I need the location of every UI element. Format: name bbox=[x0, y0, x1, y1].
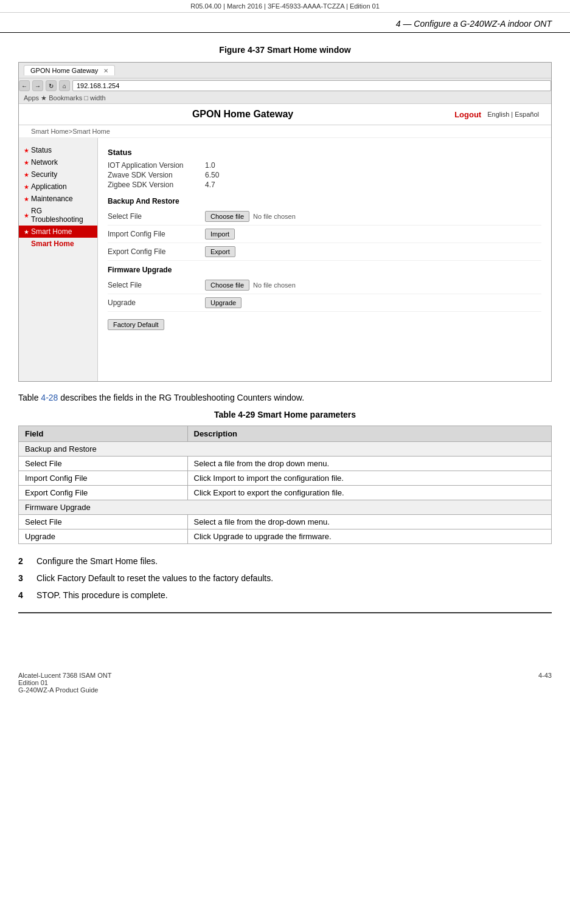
footer-right: 4-43 bbox=[538, 672, 552, 694]
version-row-iot: IOT Application Version 1.0 bbox=[108, 160, 541, 170]
footer-left: Alcatel-Lucent 7368 ISAM ONT Edition 01 … bbox=[18, 672, 111, 694]
select-file-backup-row: Select File Choose file No file chosen bbox=[108, 208, 541, 226]
version-table: IOT Application Version 1.0 Zwave SDK Ve… bbox=[108, 160, 541, 190]
star-icon: ★ bbox=[24, 184, 29, 190]
star-icon: ★ bbox=[24, 196, 29, 202]
select-file-backup-label: Select File bbox=[108, 212, 205, 221]
back-button[interactable]: ← bbox=[19, 80, 30, 91]
version-row-zigbee: Zigbee SDK Version 4.7 bbox=[108, 180, 541, 190]
screenshot-container: GPON Home Gateway ✕ ← → ↻ ⌂ 192.168.1.25… bbox=[18, 62, 552, 382]
logout-link[interactable]: Logout bbox=[454, 110, 481, 119]
sidebar: ★ Status ★ Network ★ Security ★ Applicat… bbox=[19, 138, 98, 381]
star-icon: ★ bbox=[24, 147, 29, 154]
iot-version-value: 1.0 bbox=[205, 161, 215, 170]
table-row: Export Config FileClick Export to export… bbox=[19, 486, 552, 500]
choose-file-firmware-button[interactable]: Choose file bbox=[205, 280, 249, 291]
no-file-firmware-text: No file chosen bbox=[253, 281, 296, 289]
table-field-cell: Export Config File bbox=[19, 486, 188, 500]
table-field-cell: Upgrade bbox=[19, 529, 188, 544]
browser-tab[interactable]: GPON Home Gateway ✕ bbox=[24, 65, 115, 75]
star-icon: ★ bbox=[24, 212, 29, 219]
language-selector[interactable]: English | Español bbox=[487, 111, 539, 118]
zwave-version-value: 6.50 bbox=[205, 171, 219, 179]
table-desc-after: describes the fields in the RG Troublesh… bbox=[58, 393, 304, 402]
table-field-cell: Select File bbox=[19, 515, 188, 529]
step-3-row: 3 Click Factory Default to reset the val… bbox=[18, 573, 552, 583]
breadcrumb: Smart Home>Smart Home bbox=[19, 125, 551, 138]
select-file-backup-control: Choose file No file chosen bbox=[205, 211, 296, 222]
version-row-zwave: Zwave SDK Version 6.50 bbox=[108, 170, 541, 180]
sidebar-item-security[interactable]: ★ Security bbox=[19, 168, 97, 181]
sidebar-label-rg-troubleshooting: RG Troubleshooting bbox=[31, 207, 92, 224]
export-config-row: Export Config File Export bbox=[108, 243, 541, 261]
upgrade-label: Upgrade bbox=[108, 298, 205, 307]
footer-divider bbox=[18, 612, 552, 613]
table-desc-cell: Select a file from the drop down menu. bbox=[187, 457, 552, 471]
table-header-field: Field bbox=[19, 426, 188, 442]
tab-close-icon[interactable]: ✕ bbox=[103, 67, 108, 74]
table-row: Backup and Restore bbox=[19, 442, 552, 457]
step-2-number: 2 bbox=[18, 556, 36, 566]
import-config-row: Import Config File Import bbox=[108, 226, 541, 243]
star-icon: ★ bbox=[24, 171, 29, 178]
table-link[interactable]: 4-28 bbox=[41, 393, 58, 402]
home-button[interactable]: ⌂ bbox=[59, 80, 70, 91]
sidebar-label-security: Security bbox=[31, 170, 57, 179]
import-button[interactable]: Import bbox=[205, 229, 235, 240]
star-icon: ★ bbox=[24, 159, 29, 166]
status-section-title: Status bbox=[108, 148, 541, 157]
step-3-number: 3 bbox=[18, 573, 36, 583]
upgrade-button[interactable]: Upgrade bbox=[205, 297, 242, 308]
params-table: Field Description Backup and RestoreSele… bbox=[18, 426, 552, 544]
choose-file-backup-button[interactable]: Choose file bbox=[205, 211, 249, 222]
gateway-actions: Logout English | Español bbox=[454, 110, 539, 119]
firmware-section-title: Firmware Upgrade bbox=[108, 266, 541, 274]
table-desc-cell: Click Upgrade to upgrade the firmware. bbox=[187, 529, 552, 544]
main-layout: ★ Status ★ Network ★ Security ★ Applicat… bbox=[19, 138, 551, 381]
factory-default-section: Factory Default bbox=[108, 319, 541, 330]
step-4-text: STOP. This procedure is complete. bbox=[36, 590, 168, 600]
table-row: Select FileSelect a file from the drop d… bbox=[19, 457, 552, 471]
step-2-row: 2 Configure the Smart Home files. bbox=[18, 556, 552, 566]
table-desc-cell: Click Import to import the configuration… bbox=[187, 471, 552, 486]
address-bar[interactable]: 192.168.1.254 bbox=[72, 80, 551, 91]
sidebar-item-smart-home[interactable]: ★ Smart Home bbox=[19, 226, 97, 238]
table-row: Firmware Upgrade bbox=[19, 500, 552, 515]
footer-spacer bbox=[0, 619, 570, 668]
sidebar-item-status[interactable]: ★ Status bbox=[19, 144, 97, 156]
table-row: Select FileSelect a file from the drop-d… bbox=[19, 515, 552, 529]
chapter-heading: 4 — Configure a G-240WZ-A indoor ONT bbox=[0, 13, 570, 33]
sidebar-item-rg-troubleshooting[interactable]: ★ RG Troubleshooting bbox=[19, 205, 97, 226]
sidebar-item-maintenance[interactable]: ★ Maintenance bbox=[19, 193, 97, 205]
forward-button[interactable]: → bbox=[32, 80, 43, 91]
import-config-control: Import bbox=[205, 229, 235, 240]
sidebar-sub-smart-home[interactable]: Smart Home bbox=[19, 238, 97, 250]
refresh-button[interactable]: ↻ bbox=[46, 80, 57, 91]
select-file-firmware-control: Choose file No file chosen bbox=[205, 280, 296, 291]
sidebar-item-network[interactable]: ★ Network bbox=[19, 156, 97, 168]
table-field-cell: Import Config File bbox=[19, 471, 188, 486]
sidebar-label-status: Status bbox=[31, 146, 52, 154]
table-description: Table 4-28 describes the fields in the R… bbox=[18, 393, 552, 402]
browser-chrome: GPON Home Gateway ✕ bbox=[19, 63, 551, 78]
star-icon: ★ bbox=[24, 229, 29, 235]
sidebar-item-application[interactable]: ★ Application bbox=[19, 181, 97, 193]
export-config-control: Export bbox=[205, 246, 235, 257]
document-header: R05.04.00 | March 2016 | 3FE-45933-AAAA-… bbox=[0, 0, 570, 13]
table-title: Table 4-29 Smart Home parameters bbox=[0, 410, 570, 419]
export-config-label: Export Config File bbox=[108, 247, 205, 256]
content-area: Status IOT Application Version 1.0 Zwave… bbox=[98, 138, 551, 381]
table-section-cell: Backup and Restore bbox=[19, 442, 552, 457]
sidebar-label-smart-home: Smart Home bbox=[31, 227, 72, 236]
export-button[interactable]: Export bbox=[205, 246, 235, 257]
select-file-firmware-row: Select File Choose file No file chosen bbox=[108, 277, 541, 294]
figure-title: Figure 4-37 Smart Home window bbox=[0, 45, 570, 55]
footer-bar: Alcatel-Lucent 7368 ISAM ONT Edition 01 … bbox=[0, 668, 570, 697]
table-row: Import Config FileClick Import to import… bbox=[19, 471, 552, 486]
step-4-number: 4 bbox=[18, 590, 36, 600]
step-2-text: Configure the Smart Home files. bbox=[36, 556, 158, 566]
factory-default-button[interactable]: Factory Default bbox=[108, 319, 164, 330]
table-field-cell: Select File bbox=[19, 457, 188, 471]
table-row: UpgradeClick Upgrade to upgrade the firm… bbox=[19, 529, 552, 544]
sidebar-label-maintenance: Maintenance bbox=[31, 195, 73, 203]
